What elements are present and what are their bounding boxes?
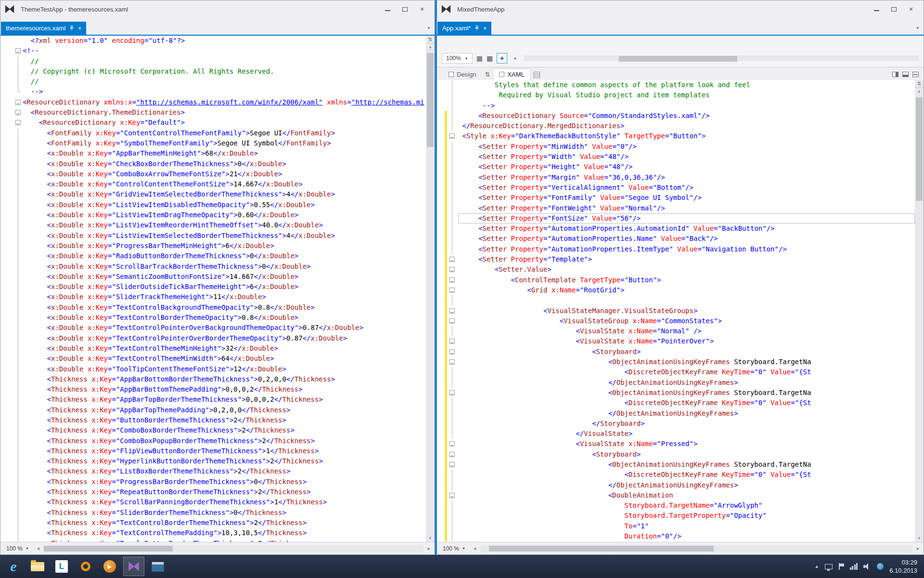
code-line[interactable]: <x:Double x:Key="AppBarThemeMinHeight">6… [0, 148, 426, 158]
code-text[interactable]: <x:Double x:Key="SliderOutsideTickBarThe… [23, 282, 426, 292]
code-line[interactable]: <Thickness x:Key="RepeatButtonBorderThem… [0, 487, 426, 497]
swap-panes-icon[interactable]: ⇅ [482, 71, 493, 80]
pin-icon[interactable] [475, 26, 479, 31]
display-tray-icon[interactable] [825, 564, 833, 569]
code-text[interactable]: <x:Double x:Key="GridViewItemSelectedBor… [23, 189, 426, 199]
titlebar[interactable]: ThemeTestApp - themeresources.xaml × [0, 0, 435, 18]
code-text[interactable]: --> [458, 101, 915, 111]
close-tab-icon[interactable]: × [78, 26, 81, 31]
code-text[interactable]: <x:Double x:Key="TextControlBackgroundTh… [23, 302, 426, 313]
code-text[interactable]: <Thickness x:Key="RepeatButtonBorderThem… [23, 487, 426, 497]
code-line[interactable]: Styles that define common aspects of the… [437, 80, 915, 90]
code-line[interactable]: <Thickness x:Key="AppBarBottomBorderThem… [0, 374, 426, 384]
code-text[interactable]: // [23, 77, 426, 87]
close-tab-icon[interactable]: × [483, 26, 487, 31]
code-line[interactable]: <Thickness x:Key="TextControlThemePaddin… [0, 528, 426, 538]
code-text[interactable]: <x:Double x:Key="ListViewItemReorderHint… [23, 220, 426, 230]
code-text[interactable]: // Copyright (c) Microsoft Corporation. … [23, 66, 426, 77]
code-text[interactable]: </ResourceDictionary.MergedDictionaries> [458, 121, 915, 131]
code-text[interactable]: <DiscreteObjectKeyFrame KeyTime="0" Valu… [458, 398, 915, 408]
code-line[interactable]: <Thickness x:Key="ProgressBarBorderTheme… [0, 477, 426, 487]
code-line[interactable]: <x:Double x:Key="TextControlBackgroundTh… [0, 302, 426, 313]
split-editor-grip-icon[interactable]: ⇅ [915, 80, 924, 88]
editor-zoom-control[interactable]: 100 %▼ [2, 544, 33, 553]
code-text[interactable]: <Thickness x:Key="FlipViewButtonBorderTh… [23, 446, 426, 456]
code-line[interactable]: <x:Double x:Key="TextControlPointerOverB… [0, 323, 426, 333]
document-outline-icon[interactable] [534, 72, 540, 78]
code-text[interactable]: <Setter Property="FontSize" Value="56"/> [458, 213, 915, 223]
visual-studio-taskbar-icon[interactable] [123, 557, 144, 576]
document-tab[interactable]: themeresources.xaml × [1, 22, 86, 35]
editor-zoom-control[interactable]: 100 %▼ [439, 544, 469, 553]
code-text[interactable]: <x:Double x:Key="SemanticZoomButtonFontS… [23, 272, 426, 282]
show-hidden-icons-button[interactable]: ▲ [815, 564, 819, 569]
code-text[interactable]: <Thickness x:Key="ScrollBarPanningBorder… [23, 497, 426, 507]
code-line[interactable]: <x:Double x:Key="ComboBoxArrowThemeFontS… [0, 169, 426, 179]
code-text[interactable]: <Thickness x:Key="ProgressBarBorderTheme… [23, 477, 426, 487]
code-line[interactable]: <Thickness x:Key="ButtonBorderThemeThick… [0, 415, 426, 425]
code-line[interactable]: <ControlTemplate TargetType="Button"> [437, 275, 915, 285]
code-text[interactable]: <x:Double x:Key="TextControlBorderThemeO… [23, 313, 426, 323]
code-line[interactable]: <Setter Property="Template"> [437, 254, 915, 264]
code-line[interactable]: <FontFamily x:Key="SymbolThemeFontFamily… [0, 138, 426, 148]
code-line[interactable]: <VisualStateGroup x:Name="CommonStates"> [437, 316, 915, 326]
titlebar[interactable]: MixedThemeApp × [437, 0, 924, 18]
code-line[interactable]: <Thickness x:Key="AppBarTopThemePadding"… [0, 405, 426, 415]
code-line[interactable]: <x:Double x:Key="ListViewItemSelectedBor… [0, 231, 426, 241]
code-text[interactable]: <x:Double x:Key="ListViewItemDragThemeOp… [23, 210, 426, 220]
code-text[interactable]: <DiscreteObjectKeyFrame KeyTime="0" Valu… [458, 367, 915, 377]
action-center-flag-icon[interactable] [838, 563, 844, 570]
code-line[interactable]: </ObjectAnimationUsingKeyFrames> [437, 378, 915, 388]
code-text[interactable]: <x:Double x:Key="ListViewItemSelectedBor… [23, 231, 426, 241]
code-line[interactable]: <Storyboard> [437, 347, 915, 357]
code-text[interactable]: <Thickness x:Key="ComboBoxBorderThemeThi… [23, 425, 426, 435]
code-line[interactable]: <x:Double x:Key="CheckBoxBorderThemeThic… [0, 159, 426, 169]
code-line[interactable]: Required by Visual Studio project and it… [437, 90, 915, 100]
blend-icon[interactable] [147, 557, 168, 576]
outlook-icon[interactable] [75, 557, 96, 576]
code-text[interactable]: --> [23, 87, 426, 97]
code-line[interactable]: <DiscreteObjectKeyFrame KeyTime="0" Valu… [437, 367, 915, 377]
code-text[interactable]: <x:Double x:Key="ControlContentThemeFont… [23, 179, 426, 189]
code-line[interactable]: <ResourceDictionary xmlns:x="http://sche… [0, 97, 426, 107]
code-line[interactable]: </ObjectAnimationUsingKeyFrames> [437, 408, 915, 419]
code-line[interactable]: <ObjectAnimationUsingKeyFrames Storyboar… [437, 460, 915, 470]
code-text[interactable]: <Thickness x:Key="TextControlBorderTheme… [23, 518, 426, 528]
code-text[interactable]: </VisualState> [458, 429, 915, 439]
code-text[interactable]: <Thickness x:Key="TextControlThemePaddin… [23, 528, 426, 538]
code-text[interactable]: <DoubleAnimation [458, 490, 915, 500]
fold-collapse-icon[interactable] [15, 48, 21, 53]
code-text[interactable]: <ControlTemplate TargetType="Button"> [458, 275, 915, 285]
code-text[interactable]: <DiscreteObjectKeyFrame KeyTime="0" Valu… [458, 470, 915, 480]
code-line[interactable]: <x:Double x:Key="SliderTrackThemeHeight"… [0, 292, 426, 302]
code-line[interactable]: <Setter Property="AutomationProperties.N… [437, 234, 915, 244]
fold-collapse-icon[interactable] [449, 462, 455, 467]
tab-list-dropdown-icon[interactable]: ▼ [427, 26, 431, 30]
code-line[interactable]: Duration="0"/> [437, 531, 915, 541]
fold-collapse-icon[interactable] [449, 277, 455, 283]
code-text[interactable]: <Setter Property="MinWidth" Value="0"/> [458, 142, 915, 152]
code-text[interactable] [458, 295, 915, 305]
code-line[interactable]: <x:Double x:Key="TextControlThemeMinWidt… [0, 354, 426, 364]
code-line[interactable]: <Setter Property="Margin" Value="36,0,36… [437, 172, 915, 183]
code-line[interactable]: --> [437, 101, 915, 111]
code-line[interactable]: <x:Double x:Key="ControlContentThemeFont… [0, 179, 426, 189]
code-line[interactable]: <DoubleAnimation [437, 490, 915, 500]
code-text[interactable]: <Setter Property="Width" Value="48"/> [458, 152, 915, 162]
code-line[interactable]: <Thickness x:Key="FlipViewButtonBorderTh… [0, 446, 426, 456]
code-text[interactable]: <Setter Property="FontFamily" Value="Seg… [458, 193, 915, 203]
snap-to-snaplines-icon[interactable]: + [497, 53, 507, 64]
tab-list-dropdown-icon[interactable]: ▼ [916, 26, 920, 30]
code-line[interactable]: <x:Double x:Key="ScrollBarTrackBorderThe… [0, 262, 426, 272]
internet-explorer-icon[interactable]: e [3, 557, 24, 576]
fold-collapse-icon[interactable] [449, 349, 455, 355]
code-line[interactable]: <Setter Property="Height" Value="48"/> [437, 162, 915, 172]
code-line[interactable]: </ResourceDictionary.MergedDictionaries> [437, 121, 915, 131]
code-line[interactable]: <Thickness x:Key="AppBarBottomThemePaddi… [0, 384, 426, 394]
code-line[interactable]: </Storyboard> [437, 419, 915, 429]
code-line[interactable]: <?xml version="1.0" encoding="utf-8"?> [0, 36, 426, 46]
code-text[interactable]: </ObjectAnimationUsingKeyFrames> [458, 378, 915, 388]
scrollbar-thumb[interactable] [489, 546, 714, 552]
file-explorer-icon[interactable] [27, 557, 48, 576]
document-tab[interactable]: App.xaml* × [437, 22, 491, 35]
